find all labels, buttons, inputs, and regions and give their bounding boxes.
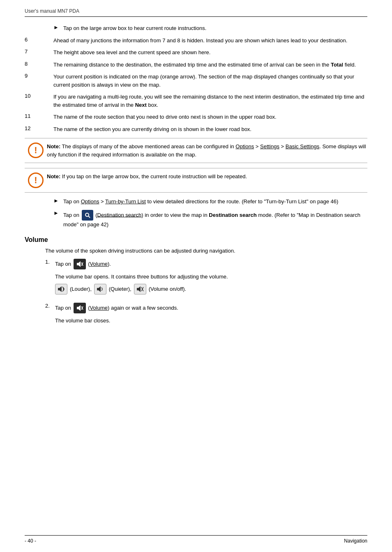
step-number: 1. [45,259,55,299]
numbered-list: 6 Ahead of many junctions the informatio… [25,37,367,133]
item-number: 11 [25,113,53,121]
list-item: 9 Your current position is indicated on … [25,73,367,89]
step-number-2: 2. [45,303,55,324]
page-footer: - 40 - Navigation [25,535,367,544]
quieter-icon [94,284,106,294]
item-content: If you are navigating a multi-leg route,… [53,93,367,109]
svg-line-1 [88,216,90,218]
louder-svg [57,285,65,293]
svg-point-0 [85,213,89,216]
note-text-2: Note: If you tap on the large arrow box,… [47,172,367,181]
item-content: The name of the route section that you n… [53,113,367,121]
note-box-2: ! Note: If you tap on the large arrow bo… [25,168,367,193]
page: User's manual MN7 PDA ► Tap on the large… [0,0,392,552]
volume-onoff-icon [134,284,146,294]
volume-title: Volume [25,236,367,244]
note-box-1: ! Note: The displays of many of the abov… [25,138,367,163]
footer-page-number: - 40 - [25,538,36,544]
bullet-text: Tap on Options > Turn-by-Turn List to vi… [63,198,367,206]
step2-sub: The volume bar closes. [55,317,367,325]
volume-body: The volume of the spoken driving instruc… [45,247,367,325]
step-content-2: Tap on (Volume) again or wait a few seco… [55,303,367,324]
svg-marker-10 [77,305,81,311]
bullet-text: Tap on (Destination search) in order to … [63,210,367,229]
item-number: 12 [25,125,53,133]
onoff-label: (Volume on/off). [149,285,187,293]
volume-step-2: 2. Tap on (Volume) again or wait a few s… [45,303,367,324]
bullet-symbol: ► [53,210,63,229]
item-content: The remaining distance to the destinatio… [53,61,367,69]
bullet-symbol: ► [53,24,63,32]
note-icon-2: ! [25,172,47,188]
item-number: 9 [25,73,53,89]
vol-svg [76,260,84,268]
dest-svg [84,212,91,218]
quieter-label: (Quieter), [109,285,131,293]
item-content: Your current position is indicated on th… [53,73,367,89]
item-number: 8 [25,61,53,69]
volume-intro: The volume of the spoken driving instruc… [45,247,367,255]
step1-sub: The volume bar opens. It contains three … [55,273,367,281]
svg-marker-5 [58,286,62,292]
exclamation-icon-2: ! [28,172,44,188]
bullet-item-tap-arrow: ► Tap on the large arrow box to hear cur… [53,24,367,32]
item-number: 6 [25,37,53,45]
note-icon-1: ! [25,143,47,158]
svg-marker-2 [77,261,81,267]
list-item: 12 The name of the section you are curre… [25,125,367,133]
volume-icon-step1 [74,259,86,270]
bullet-symbol: ► [53,198,63,206]
list-item: 10 If you are navigating a multi-leg rou… [25,93,367,109]
item-content: Ahead of many junctions the information … [53,37,367,45]
list-item: 11 The name of the route section that yo… [25,113,367,121]
bullet-item-destination-search: ► Tap on (Destination search) in order t… [53,210,367,229]
page-header: User's manual MN7 PDA [25,8,367,17]
list-item: 8 The remaining distance to the destinat… [25,61,367,69]
item-number: 10 [25,93,53,109]
item-content: The height above sea level and the curre… [53,48,367,57]
onoff-svg [136,285,144,293]
volume-section: Volume The volume of the spoken driving … [25,236,367,325]
note-text-1: Note: The displays of many of the above … [47,143,367,159]
item-content: The name of the section you are currentl… [53,125,367,133]
list-item: 6 Ahead of many junctions the informatio… [25,37,367,45]
dest-icon-img [82,210,93,221]
header-title: User's manual MN7 PDA [25,8,79,14]
bullet-item-turn-by-turn: ► Tap on Options > Turn-by-Turn List to … [53,198,367,206]
list-item: 7 The height above sea level and the cur… [25,48,367,57]
step-content: Tap on (Volume). The volume bar opens. I… [55,259,367,299]
volume-button-icon [74,259,86,269]
footer-section: Navigation [344,538,367,544]
volume-button-icon-2 [74,303,86,313]
quieter-svg [96,285,104,293]
volume-step-1: 1. Tap on (Volume). The volume b [45,259,367,299]
volume-icons-row: (Louder), (Quieter), [55,284,367,294]
dest-search-icon [82,210,93,221]
exclamation-icon: ! [28,143,44,158]
bullet-text: Tap on the large arrow box to hear curre… [63,24,367,32]
item-number: 7 [25,48,53,57]
svg-marker-7 [137,286,141,292]
vol-svg-2 [76,304,84,312]
louder-icon [55,284,67,294]
volume-icon-step2 [74,303,86,314]
louder-label: (Louder), [70,285,92,293]
svg-marker-6 [97,286,101,292]
